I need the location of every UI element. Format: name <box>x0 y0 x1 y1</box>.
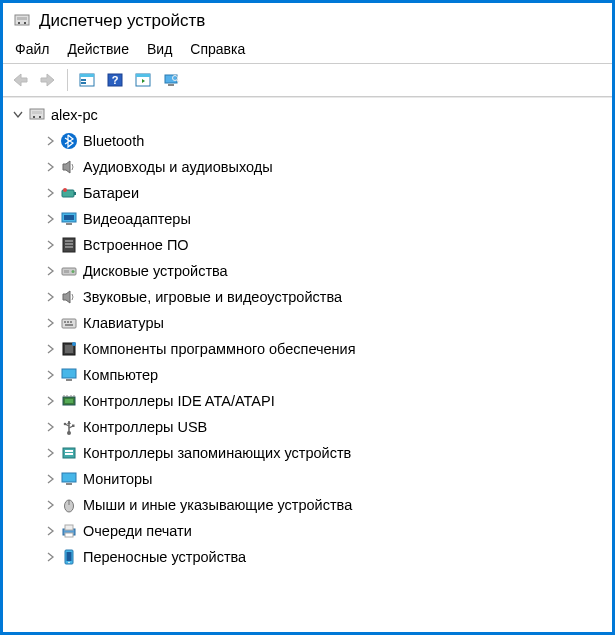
menu-view[interactable]: Вид <box>147 41 172 57</box>
monitor-icon <box>60 366 78 384</box>
tree-node[interactable]: Аудиовходы и аудиовыходы <box>9 154 612 180</box>
svg-rect-11 <box>136 74 150 77</box>
collapse-icon[interactable] <box>11 108 25 122</box>
disk-icon <box>60 262 78 280</box>
tree-node[interactable]: Контроллеры запоминающих устройств <box>9 440 612 466</box>
svg-rect-36 <box>67 321 69 323</box>
menu-file[interactable]: Файл <box>15 41 49 57</box>
menubar: Файл Действие Вид Справка <box>3 37 612 63</box>
svg-rect-37 <box>70 321 72 323</box>
tree-node-label: Компоненты программного обеспечения <box>83 341 356 357</box>
tree-node-label: Переносные устройства <box>83 549 246 565</box>
svg-point-53 <box>64 423 67 426</box>
svg-rect-29 <box>65 243 73 245</box>
expand-icon[interactable] <box>43 316 57 330</box>
tree-node-label: Звуковые, игровые и видеоустройства <box>83 289 342 305</box>
svg-rect-25 <box>66 223 72 225</box>
expand-icon[interactable] <box>43 212 57 226</box>
back-button[interactable] <box>7 67 33 93</box>
software-icon <box>60 340 78 358</box>
tree-node[interactable]: Компоненты программного обеспечения <box>9 336 612 362</box>
svg-rect-3 <box>17 17 27 20</box>
show-hide-tree-button[interactable] <box>74 67 100 93</box>
root-label: alex-pc <box>51 107 98 123</box>
menu-help[interactable]: Справка <box>190 41 245 57</box>
svg-point-41 <box>72 342 76 346</box>
svg-rect-55 <box>72 425 75 428</box>
tree-node-label: Контроллеры USB <box>83 419 207 435</box>
tree-node[interactable]: Очереди печати <box>9 518 612 544</box>
svg-rect-18 <box>39 116 41 118</box>
tree-node[interactable]: Батареи <box>9 180 612 206</box>
svg-rect-30 <box>65 246 73 248</box>
svg-rect-12 <box>165 75 177 83</box>
tree-node[interactable]: Контроллеры IDE ATA/ATAPI <box>9 388 612 414</box>
svg-rect-22 <box>74 192 76 195</box>
svg-rect-34 <box>62 319 76 328</box>
tree-node[interactable]: Bluetooth <box>9 128 612 154</box>
svg-rect-38 <box>65 324 73 326</box>
toolbar: ? <box>3 63 612 97</box>
computer-icon <box>28 106 46 124</box>
tree-node[interactable]: Переносные устройства <box>9 544 612 570</box>
svg-point-23 <box>63 188 67 192</box>
tree-node-label: Дисковые устройства <box>83 263 228 279</box>
scan-hardware-button[interactable] <box>130 67 156 93</box>
expand-icon[interactable] <box>43 186 57 200</box>
tree-node[interactable]: Клавиатуры <box>9 310 612 336</box>
expand-icon[interactable] <box>43 368 57 382</box>
tree-node-label: Видеоадаптеры <box>83 211 191 227</box>
expand-icon[interactable] <box>43 238 57 252</box>
tree-node-label: Мыши и иные указывающие устройства <box>83 497 352 513</box>
tree-node-label: Мониторы <box>83 471 152 487</box>
expand-icon[interactable] <box>43 290 57 304</box>
tree-root-node[interactable]: alex-pc <box>9 102 612 128</box>
expand-icon[interactable] <box>43 394 57 408</box>
expand-icon[interactable] <box>43 134 57 148</box>
expand-icon[interactable] <box>43 498 57 512</box>
mouse-icon <box>60 496 78 514</box>
speaker-icon <box>60 158 78 176</box>
tree-node[interactable]: Звуковые, игровые и видеоустройства <box>9 284 612 310</box>
svg-rect-13 <box>168 84 174 86</box>
titlebar: Диспетчер устройств <box>3 3 612 37</box>
ide-icon <box>60 392 78 410</box>
tree-node-label: Клавиатуры <box>83 315 164 331</box>
expand-icon[interactable] <box>43 160 57 174</box>
app-icon <box>13 12 31 30</box>
svg-rect-33 <box>64 270 69 273</box>
tree-node[interactable]: Дисковые устройства <box>9 258 612 284</box>
tree-node[interactable]: Мониторы <box>9 466 612 492</box>
expand-icon[interactable] <box>43 264 57 278</box>
expand-icon[interactable] <box>43 550 57 564</box>
svg-rect-64 <box>65 525 73 530</box>
tree-node[interactable]: Видеоадаптеры <box>9 206 612 232</box>
tree-node[interactable]: Мыши и иные указывающие устройства <box>9 492 612 518</box>
tree-node[interactable]: Встроенное ПО <box>9 232 612 258</box>
usb-icon <box>60 418 78 436</box>
remote-computer-button[interactable] <box>158 67 184 93</box>
expand-icon[interactable] <box>43 472 57 486</box>
svg-rect-28 <box>65 240 73 242</box>
keyboard-icon <box>60 314 78 332</box>
expand-icon[interactable] <box>43 446 57 460</box>
expand-icon[interactable] <box>43 420 57 434</box>
tree-node-label: Контроллеры IDE ATA/ATAPI <box>83 393 275 409</box>
expand-icon[interactable] <box>43 524 57 538</box>
tree-node-label: Аудиовходы и аудиовыходы <box>83 159 273 175</box>
portable-icon <box>60 548 78 566</box>
svg-rect-1 <box>18 22 20 24</box>
expand-icon[interactable] <box>43 342 57 356</box>
help-button[interactable]: ? <box>102 67 128 93</box>
svg-rect-42 <box>62 369 76 378</box>
svg-rect-26 <box>64 215 74 220</box>
tree-node[interactable]: Контроллеры USB <box>9 414 612 440</box>
tree-node[interactable]: Компьютер <box>9 362 612 388</box>
menu-action[interactable]: Действие <box>67 41 129 57</box>
svg-point-68 <box>68 562 70 564</box>
forward-button[interactable] <box>35 67 61 93</box>
device-tree[interactable]: alex-pc BluetoothАудиовходы и аудиовыход… <box>3 97 612 632</box>
svg-rect-17 <box>33 116 35 118</box>
printer-icon <box>60 522 78 540</box>
svg-rect-43 <box>66 379 72 381</box>
